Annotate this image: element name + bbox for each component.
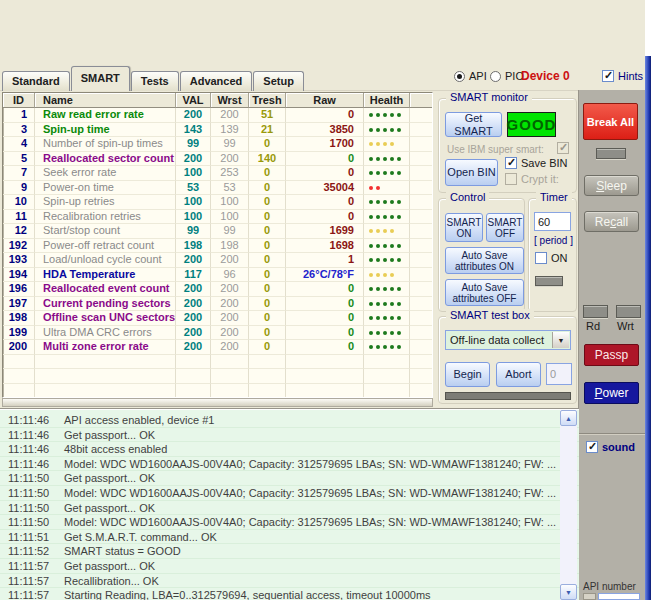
health-dot-icon: [383, 316, 387, 320]
table-row[interactable]: 200Multi zone error rate20020000: [3, 340, 432, 355]
health-dots: [364, 311, 410, 326]
log-message: 48bit access enabled: [64, 442, 167, 456]
api-radio[interactable]: [454, 71, 465, 82]
save-bin-checkbox[interactable]: [505, 157, 517, 169]
health-dot-icon: [369, 244, 373, 248]
pio-radio[interactable]: [490, 71, 501, 82]
log-timestamp: 11:11:50: [8, 501, 54, 515]
tab-smart[interactable]: SMART: [71, 66, 130, 91]
health-dots: [364, 384, 410, 399]
sound-label: sound: [602, 441, 635, 453]
api-number-field[interactable]: [598, 593, 640, 600]
log-message: Get passport... OK: [64, 471, 155, 485]
sound-checkbox[interactable]: [586, 441, 598, 453]
table-row[interactable]: 197Current pending sectors20020000: [3, 297, 432, 312]
health-dot-icon: [376, 302, 380, 306]
health-dots: [364, 268, 410, 283]
table-row[interactable]: 198Offline scan UNC sectors20020000: [3, 311, 432, 326]
log-scrollbar[interactable]: ▲ ▼: [560, 410, 577, 600]
log-line: 11:11:51Get S.M.A.R.T. command... OK: [0, 530, 579, 545]
column-header-wrst: Wrst: [211, 93, 249, 108]
log-line: 11:11:50Model: WDC WD1600AAJS-00V4A0; Ca…: [0, 515, 579, 530]
sleep-button[interactable]: Sleep: [584, 175, 639, 196]
health-dots: [364, 166, 410, 181]
break-all-button[interactable]: Break All: [583, 103, 638, 140]
health-dot-icon: [397, 113, 401, 117]
column-header-tresh: Tresh: [249, 93, 286, 108]
ibm-super-smart-checkbox[interactable]: [557, 142, 569, 154]
health-dot-icon: [383, 142, 387, 146]
table-row: [3, 355, 432, 370]
health-dot-icon: [376, 157, 380, 161]
health-dot-icon: [390, 258, 394, 262]
tab-bar: StandardSMARTTestsAdvancedSetup: [2, 66, 305, 91]
health-dot-icon: [383, 244, 387, 248]
table-row[interactable]: 7Seek error rate10025300: [3, 166, 432, 181]
dropdown-arrow-icon[interactable]: ▼: [552, 332, 569, 348]
log-timestamp: 11:11:50: [8, 515, 54, 529]
health-dots: [364, 123, 410, 138]
log-message: API access enabled, device #1: [64, 413, 214, 427]
test-counter-field[interactable]: 0: [546, 363, 572, 385]
test-select-dropdown[interactable]: Off-line data collect ▼: [445, 330, 571, 350]
health-dot-icon: [376, 171, 380, 175]
crypt-it-checkbox[interactable]: [505, 173, 517, 185]
table-row[interactable]: 194HDA Temperature11796026°C/78°F: [3, 268, 432, 283]
power-button[interactable]: Power: [584, 382, 639, 404]
health-dot-icon: [390, 200, 394, 204]
table-row[interactable]: 193Load/unload cycle count20020001: [3, 253, 432, 268]
table-row[interactable]: 11Recalibration retries10010000: [3, 210, 432, 225]
autosave-attributes-off-button[interactable]: Auto Save attributes OFF: [445, 279, 524, 306]
log-line: 11:11:50Model: WDC WD1600AAJS-00V4A0; Ca…: [0, 486, 579, 501]
table-row: [3, 384, 432, 399]
timer-led-indicator: [535, 276, 563, 286]
log-message: Get passport... OK: [64, 559, 155, 573]
hints-checkbox[interactable]: [602, 70, 614, 82]
abort-button[interactable]: Abort: [496, 362, 541, 387]
health-dot-icon: [369, 287, 373, 291]
table-horizontal-scrollbar[interactable]: [2, 398, 433, 407]
health-dot-icon: [397, 316, 401, 320]
timer-on-checkbox[interactable]: [535, 252, 547, 264]
tab-advanced[interactable]: Advanced: [180, 71, 253, 91]
health-dot-icon: [383, 287, 387, 291]
recall-button[interactable]: Recall: [584, 211, 639, 232]
get-smart-button[interactable]: Get SMART: [445, 112, 502, 137]
tab-setup[interactable]: Setup: [253, 71, 304, 91]
table-row[interactable]: 196Reallocated event count20020000: [3, 282, 432, 297]
column-header-filler: [410, 93, 432, 108]
passport-button[interactable]: Passp: [584, 344, 639, 366]
begin-button[interactable]: Begin: [445, 362, 490, 387]
health-dot-icon: [369, 186, 373, 190]
scroll-down-icon[interactable]: ▼: [560, 584, 577, 600]
smart-on-button[interactable]: SMART ON: [445, 213, 483, 242]
log-timestamp: 11:11:57: [8, 574, 54, 588]
tab-standard[interactable]: Standard: [2, 71, 70, 91]
health-dot-icon: [383, 258, 387, 262]
api-number-stepper[interactable]: [583, 593, 596, 600]
log-timestamp: 11:11:50: [8, 471, 54, 485]
tab-tests[interactable]: Tests: [131, 71, 179, 91]
smart-attributes-table: IDNameVALWrstTreshRawHealth 1Raw read er…: [2, 92, 433, 398]
autosave-attributes-on-button[interactable]: Auto Save attributes ON: [445, 247, 524, 274]
scroll-up-icon[interactable]: ▲: [560, 410, 577, 426]
health-dot-icon: [397, 331, 401, 335]
device-label: Device 0: [521, 69, 570, 83]
table-row[interactable]: 4Number of spin-up times999901700: [3, 137, 432, 152]
table-row[interactable]: 199Ultra DMA CRC errors20020000: [3, 326, 432, 341]
health-dots: [364, 369, 410, 384]
table-row[interactable]: 9Power-on time5353035004: [3, 181, 432, 196]
health-dots: [364, 282, 410, 297]
table-row[interactable]: 1Raw read error rate200200510: [3, 108, 432, 123]
table-row[interactable]: 12Start/stop count999901699: [3, 224, 432, 239]
smart-off-button[interactable]: SMART OFF: [486, 213, 524, 242]
timer-period-input[interactable]: 60: [534, 212, 571, 231]
table-row[interactable]: 5Reallocated sector count2002001400: [3, 152, 432, 167]
hints-label: Hints: [618, 70, 643, 82]
health-dot-icon: [383, 128, 387, 132]
open-bin-button[interactable]: Open BIN: [445, 159, 498, 186]
table-row[interactable]: 192Power-off retract count19819801698: [3, 239, 432, 254]
table-row[interactable]: 3Spin-up time143139213850: [3, 123, 432, 138]
health-dot-icon: [390, 287, 394, 291]
table-row[interactable]: 10Spin-up retries10010000: [3, 195, 432, 210]
